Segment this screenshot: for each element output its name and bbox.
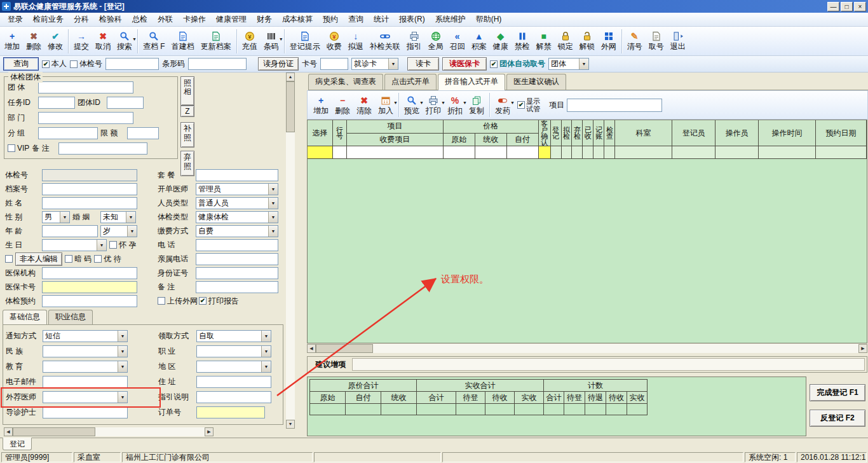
card-type-select[interactable]: 就诊卡▼ bbox=[351, 58, 398, 70]
scroll-track[interactable] bbox=[13, 427, 205, 436]
age-input[interactable] bbox=[42, 225, 98, 237]
main-toolbar-recharge-button[interactable]: ¥充值 bbox=[239, 28, 261, 55]
phone-input[interactable] bbox=[196, 239, 278, 251]
print-report-checkbox[interactable]: ✔打印报告 bbox=[199, 296, 239, 307]
tab-register[interactable]: 登记 bbox=[3, 438, 32, 450]
code-checkbox[interactable]: 暗 码 bbox=[65, 254, 92, 265]
main-toolbar-barcode-button[interactable]: 条码▼ bbox=[261, 28, 282, 55]
menu-item-11[interactable]: 查询 bbox=[343, 12, 369, 27]
order-toolbar-copy-button[interactable]: 复制 bbox=[466, 92, 487, 118]
order-toolbar-remove-button[interactable]: −删除 bbox=[332, 92, 353, 118]
exam-type-select[interactable]: 健康体检▼ bbox=[196, 211, 278, 223]
tab-order-1[interactable]: 点击式开单 bbox=[384, 74, 437, 90]
order-no-input[interactable] bbox=[196, 406, 265, 418]
main-toolbar-recheck-link-button[interactable]: 补检关联 bbox=[367, 28, 403, 55]
close-button[interactable]: × bbox=[854, 2, 866, 11]
left-vscrollbar[interactable]: ▲ ▼ bbox=[286, 73, 295, 429]
main-toolbar-health-button[interactable]: ◆健康 bbox=[490, 28, 512, 55]
department-input[interactable] bbox=[38, 112, 133, 124]
notify-select[interactable]: 短信▼ bbox=[43, 330, 128, 342]
menu-item-14[interactable]: 系统维护 bbox=[430, 12, 471, 27]
scroll-left-icon[interactable]: ◀ bbox=[307, 344, 316, 353]
main-toolbar-modify-button[interactable]: ✔修改 bbox=[44, 28, 66, 55]
reverse-register-button[interactable]: 反登记 F2 bbox=[810, 410, 865, 427]
email-input[interactable] bbox=[43, 376, 128, 388]
non-self-edit-button[interactable]: 非本人编辑 bbox=[15, 252, 62, 266]
main-toolbar-register-tip-button[interactable]: 登记提示 bbox=[287, 28, 323, 55]
task-id-input[interactable] bbox=[38, 97, 75, 109]
upload-extranet-checkbox[interactable]: 上传外网 bbox=[158, 296, 198, 307]
nation-select[interactable]: ▼ bbox=[43, 345, 128, 357]
vip-checkbox[interactable]: VIP bbox=[8, 144, 29, 153]
education-select[interactable]: ▼ bbox=[43, 361, 128, 373]
menu-item-1[interactable]: 检前业务 bbox=[28, 12, 69, 27]
scroll-thumb[interactable] bbox=[316, 344, 373, 353]
birthday-select[interactable]: ▼ bbox=[42, 239, 107, 251]
pay-type-select[interactable]: 自费▼ bbox=[196, 225, 278, 237]
menu-item-9[interactable]: 成本核算 bbox=[277, 12, 318, 27]
quota-input[interactable] bbox=[127, 127, 159, 139]
main-toolbar-submit-button[interactable]: →提交 bbox=[71, 28, 92, 55]
exam-no-query-input[interactable] bbox=[105, 58, 159, 70]
scroll-thumb[interactable] bbox=[286, 81, 295, 132]
archive-no-input[interactable] bbox=[42, 183, 137, 195]
guide-note-input[interactable] bbox=[196, 391, 271, 403]
scroll-right-icon[interactable]: ▶ bbox=[205, 427, 214, 436]
exam-no-input[interactable] bbox=[42, 169, 137, 181]
main-toolbar-clear-no-button[interactable]: ✎清号 bbox=[624, 28, 646, 55]
receive-select[interactable]: 自取▼ bbox=[196, 330, 271, 342]
referrer-doctor-select[interactable]: ▼ bbox=[43, 391, 128, 403]
region-select[interactable]: ▼ bbox=[196, 361, 271, 373]
retake-photo-button[interactable]: 补照 bbox=[180, 122, 194, 148]
main-toolbar-guide-button[interactable]: 指引 bbox=[403, 28, 425, 55]
non-self-checkbox[interactable] bbox=[5, 255, 13, 263]
complete-register-button[interactable]: 完成登记 F1 bbox=[810, 384, 865, 401]
order-toolbar-discount-button[interactable]: %折扣▼ bbox=[444, 92, 466, 118]
menu-item-15[interactable]: 帮助(H) bbox=[471, 12, 507, 27]
main-toolbar-forbid-button[interactable]: 禁检 bbox=[512, 28, 533, 55]
main-toolbar-cancel-button[interactable]: ✖取消 bbox=[92, 28, 114, 55]
main-toolbar-backlog-button[interactable]: ▲积案 bbox=[468, 28, 490, 55]
main-toolbar-global-button[interactable]: 全局 bbox=[425, 28, 447, 55]
address-input[interactable] bbox=[196, 376, 271, 388]
order-doctor-select[interactable]: 管理员▼ bbox=[196, 183, 278, 195]
main-toolbar-take-no-button[interactable]: 取号 bbox=[646, 28, 667, 55]
menu-item-0[interactable]: 登录 bbox=[3, 12, 28, 27]
read-insurance-button[interactable]: 读医保卡 bbox=[442, 57, 487, 71]
order-toolbar-print-button[interactable]: 打印▼ bbox=[423, 92, 444, 118]
menu-item-2[interactable]: 分科 bbox=[69, 12, 94, 27]
group-id-input[interactable] bbox=[107, 97, 144, 109]
main-toolbar-lock-button[interactable]: 锁定 bbox=[555, 28, 576, 55]
marriage-select[interactable]: 未知▼ bbox=[100, 211, 136, 223]
insurance-org-input[interactable] bbox=[42, 267, 137, 279]
privilege-checkbox[interactable]: 优 待 bbox=[94, 254, 121, 265]
menu-item-13[interactable]: 报表(R) bbox=[394, 12, 430, 27]
menu-item-3[interactable]: 检验科 bbox=[94, 12, 127, 27]
menu-item-10[interactable]: 预约 bbox=[318, 12, 343, 27]
project-input[interactable] bbox=[567, 99, 662, 112]
query-button[interactable]: 查询 bbox=[3, 57, 39, 71]
exam-no-checkbox[interactable]: 体检号 bbox=[70, 59, 102, 69]
group-select[interactable]: 团体▼ bbox=[548, 58, 589, 70]
card-no-input[interactable] bbox=[320, 58, 348, 70]
age-unit-select[interactable]: 岁▼ bbox=[100, 225, 137, 237]
id-card-input[interactable] bbox=[196, 267, 278, 279]
photo-z-button[interactable]: Z bbox=[180, 106, 194, 117]
tab-order-0[interactable]: 病史采集、调查表 bbox=[308, 74, 383, 90]
main-toolbar-update-file-button[interactable]: 更新档案 bbox=[198, 28, 234, 55]
guide-nurse-input[interactable] bbox=[43, 406, 128, 418]
pregnant-checkbox[interactable]: 怀 孕 bbox=[109, 240, 136, 251]
tab-order-2[interactable]: 拼音输入式开单 bbox=[438, 74, 505, 90]
scroll-up-icon[interactable]: ▲ bbox=[286, 73, 295, 81]
main-toolbar-create-file-button[interactable]: 首建档 bbox=[168, 28, 198, 55]
main-toolbar-unlock-button[interactable]: 解锁 bbox=[576, 28, 598, 55]
main-toolbar-charge-button[interactable]: ¥收费 bbox=[323, 28, 345, 55]
tab-info-0[interactable]: 基础信息 bbox=[3, 310, 47, 324]
tab-order-3[interactable]: 医生建议确认 bbox=[506, 74, 566, 90]
main-toolbar-exit-button[interactable]: 退出 bbox=[667, 28, 689, 55]
group-name-input[interactable] bbox=[38, 81, 133, 93]
self-checkbox[interactable]: ✔本人 bbox=[42, 59, 67, 69]
menu-item-5[interactable]: 外联 bbox=[153, 12, 178, 27]
main-toolbar-add-button[interactable]: +增加 bbox=[1, 28, 23, 55]
main-toolbar-query-file-button[interactable]: 查档 F bbox=[140, 28, 168, 55]
